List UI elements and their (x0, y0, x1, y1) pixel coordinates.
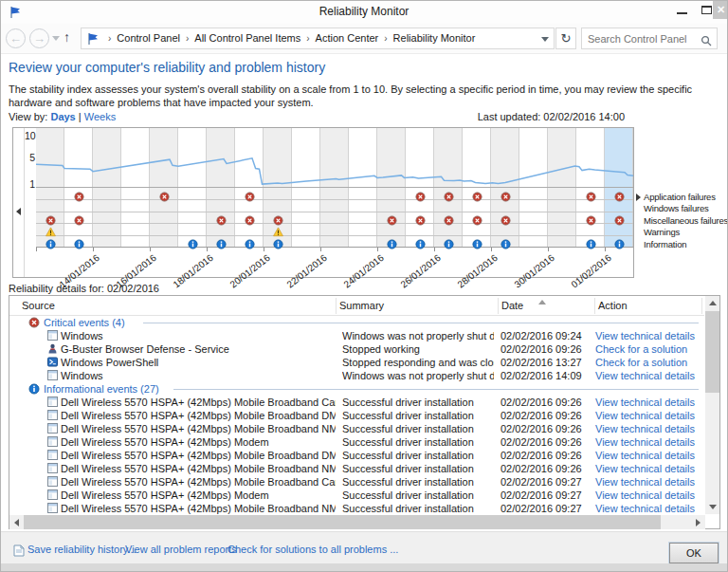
source-cell: Dell Wireless 5570 HSPA+ (42Mbps) Mobile… (61, 449, 336, 462)
event-row[interactable]: Dell Wireless 5570 HSPA+ (42Mbps) Mobile… (9, 396, 704, 409)
breadcrumb-chevron-icon: › (108, 33, 111, 44)
scroll-down-icon (709, 505, 717, 509)
action-link[interactable]: View technical details (595, 489, 695, 502)
event-row[interactable]: Dell Wireless 5570 HSPA+ (42Mbps) Mobile… (9, 475, 704, 489)
action-link[interactable]: View technical details (595, 396, 695, 409)
event-row[interactable]: WindowsWindows was not properly shut dow… (9, 369, 704, 382)
save-history-icon (13, 544, 25, 561)
column-header-action[interactable]: Action (598, 300, 628, 311)
scroll-up-button[interactable] (705, 296, 719, 310)
event-row[interactable]: Dell Wireless 5570 HSPA+ (42Mbps) ModemS… (9, 435, 704, 449)
last-updated-label: Last updated: 02/02/2016 14:00 (478, 111, 625, 122)
scroll-left-arrow-icon (14, 519, 19, 526)
stability-chart: 10 5 1 14/01/201616/01/201618/01/201620/… (12, 127, 634, 278)
event-row[interactable]: Windows PowerShellStopped responding and… (9, 356, 704, 369)
event-row[interactable]: WindowsWindows was not properly shut dow… (9, 329, 704, 342)
horizontal-scroll-thumb[interactable] (24, 515, 661, 529)
breadcrumb-flag-icon (86, 32, 100, 46)
horizontal-scrollbar[interactable] (9, 515, 705, 529)
event-row[interactable]: Dell Wireless 5570 HSPA+ (42Mbps) ModemS… (9, 489, 704, 502)
forward-button[interactable]: → (29, 28, 49, 48)
action-link[interactable]: View technical details (595, 409, 695, 422)
group-rule (173, 389, 700, 390)
scroll-right-icon[interactable] (636, 194, 641, 201)
x-axis-tick (605, 248, 606, 251)
breadcrumb-item-1[interactable]: Control Panel (117, 32, 180, 44)
error-icon (273, 212, 283, 223)
error-icon (245, 212, 255, 223)
action-link[interactable]: View technical details (595, 462, 695, 475)
chart-scroll-left-strip[interactable] (13, 128, 25, 277)
stability-index-line (36, 128, 633, 192)
ok-button[interactable]: OK (669, 543, 719, 563)
group-header-row[interactable]: Informational events (27) (9, 382, 704, 396)
error-icon (415, 212, 426, 223)
search-input[interactable] (588, 31, 697, 46)
refresh-button[interactable]: ↻ (555, 28, 576, 49)
scroll-down-button[interactable] (705, 500, 719, 514)
group-label[interactable]: Informational events (27) (44, 382, 159, 396)
view-all-problem-reports-link[interactable]: View all problem reports (125, 544, 237, 555)
view-by-label: View by: (9, 111, 47, 122)
breadcrumb-item-4[interactable]: Reliability Monitor (393, 32, 476, 44)
info-icon (500, 236, 511, 247)
action-link[interactable]: View technical details (595, 449, 695, 462)
error-icon (74, 189, 84, 199)
action-link[interactable]: View technical details (595, 329, 695, 342)
view-by-days-link[interactable]: Days (50, 111, 75, 122)
sort-ascending-icon[interactable] (538, 300, 546, 304)
recent-pages-caret-icon[interactable] (52, 36, 60, 41)
x-axis-tick (434, 248, 435, 251)
device-icon (47, 436, 58, 450)
address-bar[interactable]: ›Control Panel›All Control Panel Items›A… (81, 28, 555, 49)
event-row[interactable]: Dell Wireless 5570 HSPA+ (42Mbps) Mobile… (9, 502, 704, 515)
column-header-source[interactable]: Source (22, 300, 55, 311)
vertical-scroll-thumb[interactable] (705, 311, 719, 393)
action-link[interactable]: Check for a solution (595, 356, 687, 369)
breadcrumb-item-3[interactable]: Action Center (316, 32, 379, 44)
action-link[interactable]: Check for a solution (595, 342, 687, 356)
event-row[interactable]: Dell Wireless 5570 HSPA+ (42Mbps) Mobile… (9, 449, 704, 462)
up-button[interactable]: ↑ (64, 29, 70, 45)
breadcrumb-item-2[interactable]: All Control Panel Items (194, 32, 300, 44)
view-by-weeks-link[interactable]: Weeks (84, 111, 116, 122)
scroll-left-button[interactable] (9, 515, 24, 529)
column-header-date[interactable]: Date (501, 300, 523, 311)
scroll-left-icon[interactable] (16, 208, 21, 215)
info-icon (415, 236, 426, 247)
source-cell: Dell Wireless 5570 HSPA+ (42Mbps) Mobile… (61, 502, 336, 515)
check-for-solutions-link[interactable]: Check for solutions to all problems ... (228, 544, 398, 555)
action-link[interactable]: View technical details (595, 422, 695, 435)
column-separator (498, 298, 499, 314)
summary-cell: Successful driver installation (342, 409, 494, 422)
summary-cell: Windows was not properly shut down (342, 329, 494, 342)
group-header-row[interactable]: Critical events (4) (9, 316, 704, 329)
x-axis-tick (150, 248, 151, 251)
action-link[interactable]: View technical details (595, 435, 695, 449)
close-button[interactable]: ✕ (713, 1, 728, 19)
action-link[interactable]: View technical details (595, 369, 695, 382)
source-cell: Dell Wireless 5570 HSPA+ (42Mbps) Mobile… (61, 409, 336, 422)
group-label[interactable]: Critical events (4) (44, 316, 125, 329)
action-link[interactable]: View technical details (595, 502, 695, 515)
column-header-summary[interactable]: Summary (339, 300, 384, 311)
vertical-scrollbar[interactable] (705, 296, 719, 514)
save-reliability-history-link[interactable]: Save reliability history... (27, 544, 136, 555)
address-dropdown-icon[interactable] (541, 37, 549, 42)
view-by-control: View by: Days | Weeks (9, 111, 116, 122)
event-row[interactable]: Dell Wireless 5570 HSPA+ (42Mbps) Mobile… (9, 462, 704, 475)
device-icon (47, 476, 58, 489)
action-link[interactable]: View technical details (595, 475, 695, 489)
y-axis-tick-5: 5 (25, 152, 35, 163)
event-row[interactable]: Dell Wireless 5570 HSPA+ (42Mbps) Mobile… (9, 409, 704, 422)
breadcrumb-chevron-icon: › (384, 33, 387, 44)
minimize-button[interactable] (674, 1, 691, 20)
scroll-right-arrow-icon (696, 519, 701, 526)
scroll-right-button[interactable] (691, 515, 705, 529)
back-button[interactable]: ← (6, 28, 26, 48)
event-row[interactable]: G-Buster Browser Defense - ServiceStoppe… (9, 342, 704, 356)
info-icon (586, 236, 596, 247)
info-icon (444, 236, 454, 247)
event-row[interactable]: Dell Wireless 5570 HSPA+ (42Mbps) Mobile… (9, 422, 704, 435)
search-icon[interactable] (701, 33, 712, 50)
